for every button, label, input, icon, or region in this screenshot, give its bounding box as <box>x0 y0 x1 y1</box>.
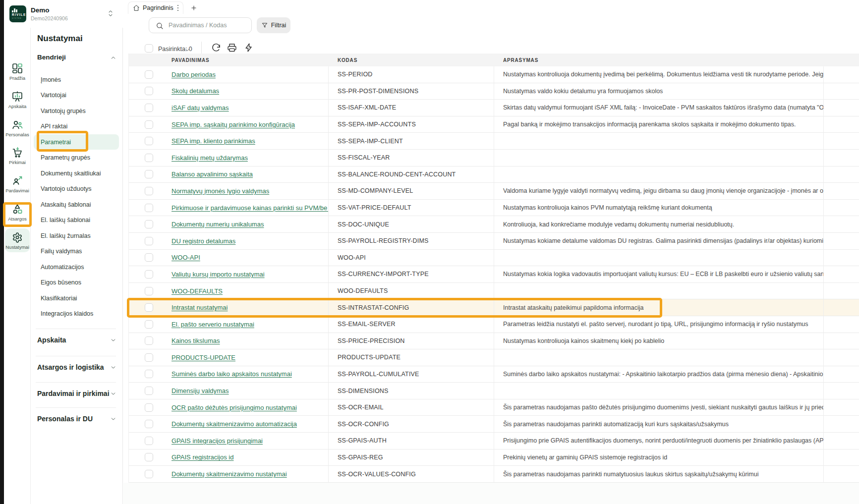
parameter-link[interactable]: iSAF datų valdymas <box>172 104 229 112</box>
row-checkbox[interactable] <box>145 70 153 79</box>
row-checkbox[interactable] <box>145 187 153 195</box>
parameter-link[interactable]: SEPA imp. kliento parinkimas <box>172 137 255 145</box>
sidebar-item-eigos-būsenos[interactable]: Eigos būsenos <box>31 275 123 290</box>
parameter-link[interactable]: Suminės darbo laiko apskaitos nustatymai <box>172 370 292 378</box>
sidebar-item-įmonės[interactable]: Įmonės <box>31 72 123 87</box>
row-checkbox-cell <box>129 433 162 449</box>
parameter-link[interactable]: Skolų detalumas <box>172 87 219 95</box>
rail-item-personalas[interactable]: Personalas <box>5 116 30 140</box>
cell-code: SS-PAYROLL-CUMULATIVE <box>329 366 494 383</box>
parameter-link[interactable]: Darbo periodas <box>172 71 216 78</box>
row-checkbox[interactable] <box>145 303 153 312</box>
row-checkbox[interactable] <box>145 420 153 428</box>
row-checkbox[interactable] <box>145 437 153 445</box>
parameter-link[interactable]: OCR pašto dėžutės prisijungimo nustatyma… <box>172 404 297 411</box>
parameter-link[interactable]: Valiutų kursų importo nustatymai <box>172 271 265 278</box>
row-checkbox[interactable] <box>145 453 153 461</box>
sidebar-item-vartotojai[interactable]: Vartotojai <box>31 88 123 103</box>
parameter-link[interactable]: GPAIS registracijos id <box>172 453 233 461</box>
sidebar-item-ataskaitų-šablonai[interactable]: Ataskaitų šablonai <box>31 197 123 212</box>
row-checkbox[interactable] <box>145 137 153 145</box>
row-checkbox[interactable] <box>145 154 153 162</box>
parameter-link[interactable]: Dokumentų skaitmenizavimo nustatymai <box>172 470 287 478</box>
filter-button[interactable]: Filtrai <box>257 17 290 33</box>
sidebar-section-personalas-ir-du[interactable]: Personalas ir DU <box>37 415 116 427</box>
cell-description: Nustatymas kokia logika vadovautis impor… <box>494 266 824 282</box>
parameter-link[interactable]: WOO-DEFAULTS <box>172 287 223 295</box>
sidebar-item-api-raktai[interactable]: API raktai <box>31 119 123 134</box>
sidebar-item-parametrai[interactable]: Parametrai <box>34 134 119 150</box>
tab-menu-kebab-icon[interactable] <box>176 4 180 12</box>
parameter-link[interactable]: El. pašto serverio nustatymai <box>172 321 254 328</box>
search-input[interactable] <box>168 18 249 32</box>
sidebar-item-dokumentų-skaitliukai[interactable]: Dokumentų skaitliukai <box>31 166 123 181</box>
row-checkbox[interactable] <box>145 370 153 378</box>
row-checkbox-cell <box>129 116 162 133</box>
parameter-link[interactable]: Balanso apvalinimo sąskaita <box>172 170 253 178</box>
sidebar-item-label: Klasifikatoriai <box>41 295 77 302</box>
row-checkbox[interactable] <box>145 470 153 478</box>
rail-item-pirkimai[interactable]: Pirkimai <box>5 144 30 168</box>
tab-pagrindinis[interactable]: Pagrindinis <box>128 1 183 14</box>
row-checkbox[interactable] <box>145 204 153 212</box>
parameter-link[interactable]: Dokumentų numerių unikalumas <box>172 221 264 228</box>
parameter-link[interactable]: Dimensijų valdymas <box>172 387 229 394</box>
sidebar-item-automatizacijos[interactable]: Automatizacijos <box>31 259 123 275</box>
rail-item-label: Pirkimai <box>9 160 26 165</box>
row-checkbox[interactable] <box>145 403 153 412</box>
sidebar-item-integracijos-klaidos[interactable]: Integracijos klaidos <box>31 306 123 322</box>
sidebar-item-label: Failų valdymas <box>41 248 82 255</box>
parameter-link[interactable]: PRODUCTS-UPDATE <box>172 354 235 361</box>
sidebar-item-parametrų-grupės[interactable]: Parametrų grupės <box>31 150 123 166</box>
row-checkbox[interactable] <box>145 287 153 295</box>
select-all-checkbox[interactable] <box>145 44 153 53</box>
rail-item-nustatymai[interactable]: Nustatymai <box>5 228 30 252</box>
parameter-link[interactable]: Fiskalinių metų uždarymas <box>172 154 248 162</box>
parameter-link[interactable]: WOO-API <box>172 254 200 261</box>
table-row: GPAIS integracijos prisijungimaiSS-GPAIS… <box>129 433 859 449</box>
row-checkbox[interactable] <box>145 353 153 362</box>
table-row: Balanso apvalinimo sąskaitaSS-BALANCE-RO… <box>129 167 859 183</box>
table-row: Skolų detalumasSS-PR-POST-DIMENSIONSNust… <box>129 83 859 100</box>
parameter-link[interactable]: Intrastat nustatymai <box>172 304 228 311</box>
search-icon <box>156 22 164 30</box>
automation-button[interactable] <box>244 43 255 54</box>
refresh-button[interactable] <box>211 43 222 54</box>
row-checkbox[interactable] <box>145 87 153 95</box>
row-checkbox[interactable] <box>145 237 153 245</box>
sidebar-section-atsargos-ir-logistika[interactable]: Atsargos ir logistika <box>37 363 116 375</box>
rail-item-pradžia[interactable]: Pradžia <box>5 59 30 83</box>
sidebar-section-pardavimai-ir-pirkimai[interactable]: Pardavimai ir pirkimai <box>37 390 116 401</box>
new-tab-button[interactable] <box>188 2 199 13</box>
sidebar-item-klasifikatoriai[interactable]: Klasifikatoriai <box>31 290 123 306</box>
sidebar-item-el-laiškų-šablonai[interactable]: El. laiškų šablonai <box>31 213 123 228</box>
row-checkbox[interactable] <box>145 120 153 129</box>
workspace-switcher-icon[interactable] <box>107 9 114 20</box>
print-button[interactable] <box>227 43 238 54</box>
rail-item-pardavimai[interactable]: Pardavimai <box>5 172 30 196</box>
row-checkbox[interactable] <box>145 336 153 345</box>
parameter-link[interactable]: Kainos tikslumas <box>172 337 220 344</box>
rail-item-apskaita[interactable]: Apskaita <box>5 88 30 112</box>
rail-item-atsargos[interactable]: Atsargos <box>5 200 30 224</box>
sidebar-item-failų-valdymas[interactable]: Failų valdymas <box>31 244 123 259</box>
row-checkbox[interactable] <box>145 320 153 329</box>
parameter-link[interactable]: Pirkimuose ir pardavimuose kainas parink… <box>172 204 329 212</box>
sidebar-item-vartotojo-užduotys[interactable]: Vartotojo užduotys <box>31 181 123 197</box>
parameter-link[interactable]: SEPA imp. sąskaitų parinkimo konfigūraci… <box>172 121 295 128</box>
row-checkbox[interactable] <box>145 387 153 395</box>
cell-name: PRODUCTS-UPDATE <box>162 349 329 366</box>
row-checkbox[interactable] <box>145 270 153 279</box>
sidebar-item-vartotojų-grupės[interactable]: Vartotojų grupės <box>31 103 123 118</box>
row-checkbox[interactable] <box>145 104 153 112</box>
row-checkbox[interactable] <box>145 170 153 178</box>
parameter-link[interactable]: Normatyvų įmonės lygio valdymas <box>172 187 269 195</box>
parameter-link[interactable]: GPAIS integracijos prisijungimai <box>172 437 263 445</box>
sidebar-item-el-laiškų-žurnalas[interactable]: El. laiškų žurnalas <box>31 228 123 243</box>
sidebar-section-apskaita[interactable]: Apskaita <box>37 336 116 348</box>
row-checkbox[interactable] <box>145 253 153 262</box>
parameter-link[interactable]: DU registro detalumas <box>172 237 235 245</box>
sidebar-group-bendrieji[interactable]: Bendrieji <box>37 54 116 61</box>
row-checkbox[interactable] <box>145 220 153 228</box>
parameter-link[interactable]: Dokumentų skaitmenizavimo automatizacija <box>172 420 297 428</box>
